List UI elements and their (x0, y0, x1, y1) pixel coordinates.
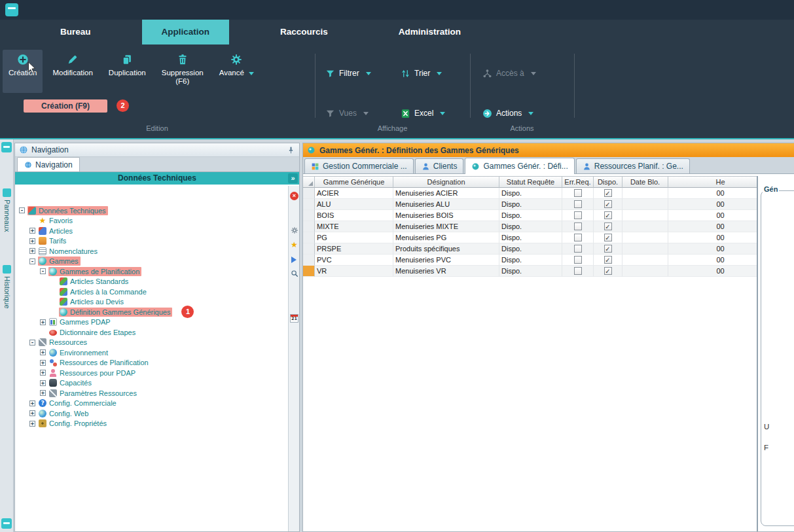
search-icon[interactable] (290, 270, 298, 278)
calendar-icon[interactable]: 21 (290, 314, 298, 323)
column-header-dispo[interactable]: Dispo. (594, 176, 623, 188)
ribbon-tab-bureau[interactable]: Bureau (41, 20, 111, 44)
ribbon-button-trier[interactable]: Trier (401, 67, 442, 80)
document-tab-ressources-planif-ge[interactable]: Ressources Planif. : Ge... (576, 158, 690, 173)
err-req-checkbox[interactable] (574, 211, 582, 219)
panels-rail-tab[interactable]: Panneaux (0, 188, 14, 232)
expand-icon[interactable]: + (29, 238, 35, 244)
cell-gamme-generique[interactable]: PG (315, 232, 393, 243)
tree-item-config-commerciale[interactable]: +?Config. Commerciale (15, 399, 288, 409)
grid-row-pg[interactable]: PGMenuiseries PGDispo.✓00 (303, 232, 757, 243)
tree-item-definition-gammes-generiques[interactable]: Définition Gammes Génériques1 (15, 307, 288, 317)
app-logo-icon[interactable] (5, 3, 18, 16)
clear-filter-icon[interactable]: × (290, 192, 298, 200)
expand-icon[interactable]: + (29, 228, 35, 234)
dispo-checkbox[interactable]: ✓ (604, 267, 612, 275)
ribbon-button-suppression[interactable]: Suppression(F6) (156, 50, 209, 93)
row-selector[interactable] (303, 266, 315, 277)
tree-item-config-proprietes[interactable]: +Config. Propriétés (15, 419, 288, 429)
cell-designation[interactable]: Produits spécifiques (393, 243, 499, 255)
row-selector[interactable] (303, 255, 315, 266)
ribbon-tab-administration[interactable]: Administration (379, 20, 480, 44)
tree-item-articles-au-devis[interactable]: Articles au Devis (15, 297, 288, 308)
cell-statut-requete[interactable]: Dispo. (499, 221, 562, 232)
ribbon-button-actions[interactable]: Actions (482, 107, 533, 120)
err-req-checkbox[interactable] (574, 200, 582, 208)
select-all-cell[interactable] (303, 176, 315, 188)
expand-icon[interactable]: + (40, 349, 46, 355)
cell-gamme-generique[interactable]: MIXTE (315, 221, 393, 232)
row-selector[interactable] (303, 243, 315, 255)
ribbon-button-avance[interactable]: Avancé (213, 50, 260, 93)
cell-date-blo[interactable] (623, 255, 668, 266)
tree-item-parametres-ressources[interactable]: +Paramètres Ressources (15, 388, 288, 399)
ribbon-button-excel[interactable]: Excel (401, 107, 445, 120)
row-selector[interactable] (303, 199, 315, 210)
collapse-panel-button[interactable]: » (288, 173, 298, 183)
expand-icon[interactable]: + (29, 410, 35, 416)
err-req-checkbox[interactable] (574, 267, 582, 275)
expand-icon[interactable]: + (40, 360, 46, 366)
cell-he[interactable]: 00 (668, 232, 757, 243)
cell-date-blo[interactable] (623, 199, 668, 210)
dispo-checkbox[interactable]: ✓ (604, 222, 612, 230)
dispo-checkbox[interactable]: ✓ (604, 211, 612, 219)
cell-he[interactable]: 00 (668, 188, 757, 199)
cell-designation[interactable]: Menuiseries BOIS (393, 210, 499, 221)
cell-statut-requete[interactable]: Dispo. (499, 199, 562, 210)
tree-item-donnees-techniques[interactable]: -Données Techniques (15, 205, 288, 216)
row-selector[interactable] (303, 210, 315, 221)
cell-designation[interactable]: Menuiseries ALU (393, 199, 499, 210)
tree-item-ressources-pour-pdap[interactable]: +Ressources pour PDAP (15, 368, 288, 378)
column-header-designation[interactable]: Désignation (393, 176, 499, 188)
favorites-icon[interactable]: ★ (290, 241, 298, 249)
tree-item-tarifs[interactable]: +Tarifs (15, 236, 288, 247)
cell-date-blo[interactable] (623, 221, 668, 232)
tree-item-gammes-de-planification[interactable]: -Gammes de Planification (15, 266, 288, 277)
cell-statut-requete[interactable]: Dispo. (499, 255, 562, 266)
row-selector[interactable] (303, 232, 315, 243)
cell-designation[interactable]: Menuiseries PVC (393, 255, 499, 266)
cell-date-blo[interactable] (623, 210, 668, 221)
expand-icon[interactable]: + (29, 421, 35, 427)
err-req-checkbox[interactable] (574, 256, 582, 264)
dispo-checkbox[interactable]: ✓ (604, 200, 612, 208)
tree-item-dictionnaire-des-etapes[interactable]: Dictionnaire des Etapes (15, 327, 288, 338)
cell-he[interactable]: 00 (668, 266, 757, 277)
document-tab-gestion-commerciale[interactable]: Gestion Commerciale ... (304, 158, 414, 173)
collapse-icon[interactable]: - (29, 340, 35, 346)
tree-item-environnement[interactable]: +Environnement (15, 347, 288, 358)
cell-gamme-generique[interactable]: ALU (315, 199, 393, 210)
history-rail-tab[interactable]: Historique (0, 265, 14, 309)
cell-designation[interactable]: Menuiseries PG (393, 232, 499, 243)
grid-row-acier[interactable]: ACIERMenuiseries ACIERDispo.✓00 (303, 188, 757, 199)
cell-gamme-generique[interactable]: ACIER (315, 188, 393, 199)
cell-gamme-generique[interactable]: PVC (315, 255, 393, 266)
cell-designation[interactable]: Menuiseries VR (393, 266, 499, 277)
cell-statut-requete[interactable]: Dispo. (499, 266, 562, 277)
cell-he[interactable]: 00 (668, 243, 757, 255)
err-req-checkbox[interactable] (574, 189, 582, 197)
tree-item-gammes[interactable]: -Gammes (15, 257, 288, 267)
ribbon-button-vues[interactable]: Vues (325, 107, 369, 120)
pointer-icon[interactable] (291, 257, 297, 263)
collapse-icon[interactable]: - (29, 258, 35, 264)
grid-row-mixte[interactable]: MIXTEMenuiseries MIXTEDispo.✓00 (303, 221, 757, 232)
cell-gamme-generique[interactable]: VR (315, 266, 393, 277)
cell-designation[interactable]: Menuiseries ACIER (393, 188, 499, 199)
ribbon-button-filtrer[interactable]: Filtrer (325, 67, 371, 80)
tree-item-config-web[interactable]: +Config. Web (15, 408, 288, 419)
expand-icon[interactable]: + (40, 370, 46, 376)
expand-icon[interactable]: + (40, 319, 46, 325)
cell-date-blo[interactable] (623, 188, 668, 199)
tree-item-nomenclatures[interactable]: +Nomenclatures (15, 246, 288, 257)
tree-item-capacites[interactable]: +Capacités (15, 378, 288, 389)
nav-panel-icon[interactable] (1, 142, 12, 152)
row-selector[interactable] (303, 188, 315, 199)
cell-gamme-generique[interactable]: PRSPE (315, 243, 393, 255)
cell-gamme-generique[interactable]: BOIS (315, 210, 393, 221)
tree-item-ressources[interactable]: -Ressources (15, 338, 288, 348)
cell-date-blo[interactable] (623, 232, 668, 243)
cell-he[interactable]: 00 (668, 221, 757, 232)
navigation-tab[interactable]: Navigation (17, 157, 80, 171)
